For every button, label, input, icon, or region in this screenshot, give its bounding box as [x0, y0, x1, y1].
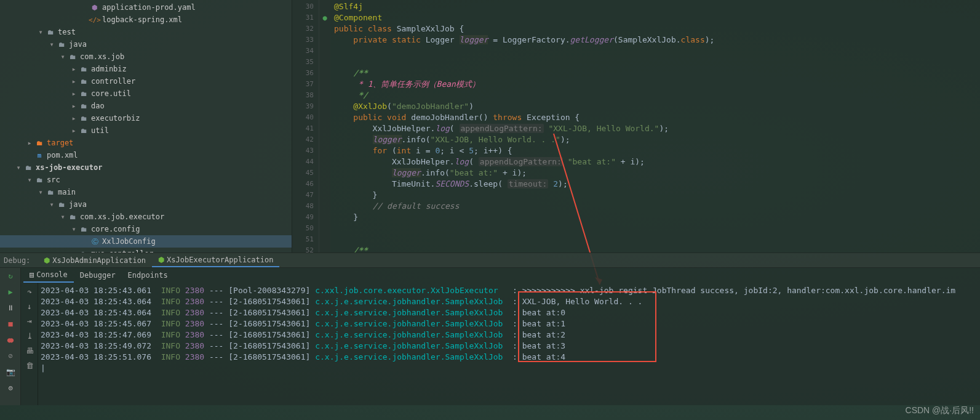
console-tab-label: Console: [36, 270, 68, 279]
tree-arrow-icon[interactable]: ▾: [15, 163, 22, 172]
gutter-marker: ●: [319, 12, 330, 23]
tree-item[interactable]: ▾🖿com.xs.job.executor: [0, 211, 292, 223]
tree-item[interactable]: ▾🖿src: [0, 174, 292, 186]
tree-arrow-icon[interactable]: ▾: [59, 52, 66, 61]
code-line[interactable]: logger.info("XXL-JOB, Hello World. . .")…: [334, 134, 976, 145]
line-number: 39: [292, 101, 314, 112]
settings-icon[interactable]: ⚙: [0, 380, 21, 396]
tree-label: java: [69, 40, 87, 49]
watermark: CSDN @战·后风!!: [906, 405, 974, 416]
tree-arrow-icon[interactable]: ▾: [37, 188, 44, 196]
tree-item[interactable]: ▸🖿executorbiz: [0, 112, 292, 124]
tree-arrow-icon[interactable]: ▸: [70, 65, 78, 73]
tree-item[interactable]: ▾🖿core.config: [0, 223, 292, 235]
tree-arrow-icon[interactable]: ▸: [26, 139, 33, 147]
tree-item[interactable]: ▾🖿com.xs.job: [0, 50, 292, 63]
tree-arrow-icon[interactable]: ▾: [26, 176, 33, 184]
code-line[interactable]: public void demoJobHandler() throws Exce…: [334, 112, 976, 123]
tree-arrow-icon[interactable]: ▾: [70, 225, 78, 233]
tree-item[interactable]: ▾🖿main: [0, 186, 292, 198]
code-line[interactable]: XxlJobHelper.log( appendLogPattern: "bea…: [334, 156, 976, 168]
console-tool-strip: ↷ ↓ ⇥ ⤓ 🖶 🗑: [21, 283, 38, 405]
code-line[interactable]: TimeUnit.SECONDS.sleep( timeout: 2);: [334, 179, 976, 190]
tree-arrow-icon[interactable]: ▸: [70, 102, 78, 110]
tree-item[interactable]: ▸🖿controller: [0, 75, 292, 87]
tree-item[interactable]: ⒸXxlJobConfig: [0, 235, 292, 248]
code-line[interactable]: [334, 46, 976, 57]
line-number: 49: [292, 212, 314, 223]
tree-item[interactable]: ▾🖿test: [0, 26, 292, 38]
tree-item[interactable]: ▾🖿mvc.controller: [0, 248, 292, 252]
code-line[interactable]: * 1、简单任务示例（Bean模式）: [334, 79, 976, 90]
code-area[interactable]: @Slf4j@Componentpublic class SampleXxlJo…: [330, 0, 980, 252]
code-line[interactable]: [334, 57, 976, 68]
scroll-end-icon[interactable]: ⤓: [21, 328, 38, 343]
code-line[interactable]: private static Logger logger = LoggerFac…: [334, 34, 976, 46]
code-line[interactable]: /**: [334, 245, 976, 252]
tree-arrow-icon[interactable]: ▸: [70, 77, 78, 86]
camera-icon[interactable]: 📷: [0, 364, 21, 380]
tree-item[interactable]: ▸🖿target: [0, 137, 292, 149]
console-tab[interactable]: ▤Console: [23, 268, 74, 283]
debug-tab-label: XsJobAdminApplication: [52, 256, 146, 265]
step-over-icon[interactable]: ↷: [21, 284, 38, 299]
code-line[interactable]: [334, 223, 976, 234]
debug-config-tab[interactable]: ⬢XsJobAdminApplication: [38, 253, 152, 267]
code-line[interactable]: for (int i = 0; i < 5; i++) {: [334, 145, 976, 156]
code-line[interactable]: }: [334, 190, 976, 201]
tree-label: core.util: [91, 89, 131, 98]
step-into-icon[interactable]: ↓: [21, 299, 38, 313]
tree-item[interactable]: </>logback-spring.xml: [0, 14, 292, 26]
code-line[interactable]: public class SampleXxlJob {: [334, 23, 976, 34]
console-tab[interactable]: Debugger: [74, 268, 122, 283]
code-line[interactable]: logger.info("beat at:" + i);: [334, 168, 976, 179]
pause-button[interactable]: ⏸: [0, 300, 21, 316]
debug-config-tab[interactable]: ⬢XsJobExecutorApplication: [152, 253, 279, 267]
tree-item[interactable]: ▾🖿xs-job-executor: [0, 161, 292, 174]
gutter-marker: [319, 123, 330, 134]
console-tab[interactable]: Endpoints: [122, 268, 174, 283]
code-line[interactable]: @Slf4j: [334, 1, 976, 12]
tree-arrow-icon[interactable]: ▾: [48, 40, 55, 49]
project-tree[interactable]: ⬢application-prod.yaml</>logback-spring.…: [0, 0, 292, 252]
log-line: 2023-04-03 18:25:51.076 INFO 2380 --- [2…: [41, 352, 978, 363]
tree-item[interactable]: mpom.xml: [0, 149, 292, 161]
stop-button[interactable]: ■: [0, 316, 21, 332]
tree-item[interactable]: ▸🖿adminbiz: [0, 63, 292, 75]
tree-item[interactable]: ▸🖿core.util: [0, 87, 292, 100]
gutter-marker: [319, 101, 330, 112]
console-output[interactable]: 2023-04-03 18:25:43.061 INFO 2380 --- [P…: [38, 283, 980, 405]
print-icon[interactable]: 🖶: [21, 343, 38, 358]
log-line: 2023-04-03 18:25:43.061 INFO 2380 --- [P…: [41, 285, 978, 296]
tree-item[interactable]: ▸🖿dao: [0, 100, 292, 112]
soft-wrap-icon[interactable]: ⇥: [21, 313, 38, 328]
code-line[interactable]: }: [334, 212, 976, 223]
resume-button[interactable]: ▶: [0, 284, 21, 300]
class-icon: Ⓒ: [90, 236, 100, 246]
tree-arrow-icon[interactable]: ▸: [70, 126, 78, 135]
tree-arrow-icon[interactable]: ▸: [70, 89, 78, 98]
tree-arrow-icon[interactable]: ▾: [48, 200, 55, 209]
tree-arrow-icon[interactable]: ▾: [59, 212, 66, 221]
rerun-button[interactable]: ↻: [0, 268, 21, 284]
folder-open-icon: 🖿: [68, 52, 78, 62]
log-line: 2023-04-03 18:25:43.064 INFO 2380 --- [2…: [41, 296, 978, 307]
view-breakpoints-button[interactable]: ●●: [0, 332, 21, 348]
code-line[interactable]: @Component: [334, 12, 976, 23]
code-line[interactable]: // default success: [334, 201, 976, 212]
tree-item[interactable]: ⬢application-prod.yaml: [0, 1, 292, 14]
clear-icon[interactable]: 🗑: [21, 358, 38, 373]
tree-item[interactable]: ▾🖿java: [0, 198, 292, 211]
tree-arrow-icon[interactable]: ▾: [37, 28, 44, 36]
mute-breakpoints-button[interactable]: ⊘: [0, 348, 21, 364]
tree-arrow-icon[interactable]: ▸: [70, 114, 78, 123]
tree-item[interactable]: ▾🖿java: [0, 38, 292, 50]
code-line[interactable]: /**: [334, 68, 976, 79]
tree-item[interactable]: ▸🖿util: [0, 124, 292, 137]
line-number: 43: [292, 145, 314, 156]
code-line[interactable]: XxlJobHelper.log( appendLogPattern: "XXL…: [334, 123, 976, 134]
code-line[interactable]: */: [334, 90, 976, 101]
code-line[interactable]: @XxlJob("demoJobHandler"): [334, 101, 976, 112]
code-line[interactable]: [334, 234, 976, 245]
code-editor[interactable]: 3031323334353637383940414243444546474849…: [292, 0, 980, 252]
